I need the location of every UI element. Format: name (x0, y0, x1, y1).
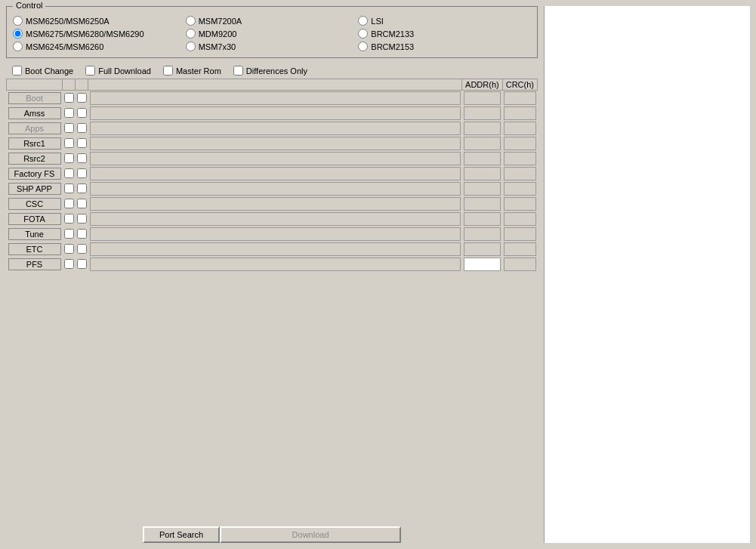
row-addr-etc[interactable] (464, 242, 501, 256)
row-cb2-pfs[interactable] (77, 259, 87, 269)
row-addr-csc[interactable] (464, 197, 501, 211)
col-cb2-header (76, 79, 88, 91)
radio-msm6275[interactable]: MSM6275/MSM6280/MSM6290 (13, 29, 186, 39)
row-addr-rsrc1[interactable] (464, 137, 501, 150)
row-label-rsrc1: Rsrc1 (8, 137, 61, 150)
row-addr-shp_app[interactable] (464, 182, 501, 196)
row-file-shp_app[interactable] (90, 182, 461, 196)
row-cb1-factory_fs[interactable] (64, 168, 74, 178)
row-crc-amss[interactable] (504, 106, 535, 120)
row-label-pfs: PFS (8, 258, 61, 270)
row-file-etc[interactable] (90, 242, 461, 256)
row-addr-tune[interactable] (464, 227, 501, 241)
row-file-rsrc1[interactable] (90, 137, 461, 150)
table-row: Tune (7, 227, 538, 242)
radio-msm6245[interactable]: MSM6245/MSM6260 (13, 42, 186, 51)
row-cb2-csc[interactable] (77, 199, 87, 208)
col-label-header (7, 79, 63, 91)
row-file-boot[interactable] (90, 91, 461, 105)
row-cb1-rsrc2[interactable] (64, 153, 74, 163)
row-file-apps[interactable] (90, 122, 461, 135)
row-label-csc: CSC (8, 198, 61, 210)
row-label-amss: Amss (8, 107, 61, 119)
row-cb1-boot[interactable] (64, 93, 74, 103)
table-row: Rsrc1 (7, 136, 538, 151)
row-cb2-factory_fs[interactable] (77, 168, 87, 178)
row-cb1-tune[interactable] (64, 229, 74, 239)
row-file-fota[interactable] (90, 212, 461, 226)
row-file-factory_fs[interactable] (90, 167, 461, 180)
row-addr-apps[interactable] (464, 122, 501, 135)
row-crc-etc[interactable] (504, 242, 535, 256)
row-file-pfs[interactable] (90, 258, 461, 271)
row-cb1-rsrc1[interactable] (64, 138, 74, 148)
row-addr-fota[interactable] (464, 212, 501, 226)
row-cb2-shp_app[interactable] (77, 184, 87, 193)
radio-mdm9200[interactable]: MDM9200 (186, 29, 359, 39)
radio-msm6250[interactable]: MSM6250/MSM6250A (13, 16, 186, 26)
row-file-tune[interactable] (90, 227, 461, 241)
row-addr-pfs[interactable] (464, 258, 501, 271)
row-cb1-apps[interactable] (64, 123, 74, 133)
boot-change-option[interactable]: Boot Change (12, 66, 73, 76)
port-search-button[interactable]: Port Search (143, 526, 220, 543)
table-row: ETC (7, 242, 538, 257)
row-crc-tune[interactable] (504, 227, 535, 241)
row-addr-boot[interactable] (464, 91, 501, 105)
table-row: Rsrc2 (7, 151, 538, 166)
row-label-rsrc2: Rsrc2 (8, 153, 61, 165)
control-group-legend: Control (13, 1, 45, 10)
bottom-buttons: Port Search Download (6, 526, 538, 543)
radio-brcm2153[interactable]: BRCM2153 (358, 42, 531, 51)
row-file-csc[interactable] (90, 197, 461, 211)
control-group: Control MSM6250/MSM6250A MSM7200A LSI MS… (6, 6, 538, 58)
table-row: Boot (7, 91, 538, 106)
row-crc-boot[interactable] (504, 91, 535, 105)
row-crc-factory_fs[interactable] (504, 167, 535, 180)
table-row: SHP APP (7, 181, 538, 196)
radio-brcm2133[interactable]: BRCM2133 (358, 29, 531, 39)
row-crc-fota[interactable] (504, 212, 535, 226)
row-addr-rsrc2[interactable] (464, 152, 501, 165)
master-rom-option[interactable]: Master Rom (163, 66, 221, 76)
row-crc-pfs[interactable] (504, 258, 535, 271)
row-cb2-rsrc2[interactable] (77, 153, 87, 163)
row-cb2-boot[interactable] (77, 93, 87, 103)
row-cb2-amss[interactable] (77, 108, 87, 118)
row-file-rsrc2[interactable] (90, 152, 461, 165)
row-addr-amss[interactable] (464, 106, 501, 120)
row-cb2-etc[interactable] (77, 244, 87, 254)
row-cb1-csc[interactable] (64, 199, 74, 208)
table-row: FOTA (7, 211, 538, 227)
row-cb1-etc[interactable] (64, 244, 74, 254)
row-crc-rsrc2[interactable] (504, 152, 535, 165)
radio-grid: MSM6250/MSM6250A MSM7200A LSI MSM6275/MS… (7, 7, 537, 57)
row-cb1-amss[interactable] (64, 108, 74, 118)
row-crc-csc[interactable] (504, 197, 535, 211)
table-row: PFS (7, 257, 538, 272)
row-cb1-fota[interactable] (64, 214, 74, 224)
radio-lsi[interactable]: LSI (358, 16, 531, 26)
row-label-factory_fs: Factory FS (8, 168, 61, 180)
row-cb1-shp_app[interactable] (64, 184, 74, 193)
row-label-fota: FOTA (8, 213, 61, 225)
row-crc-apps[interactable] (504, 122, 535, 135)
row-addr-factory_fs[interactable] (464, 167, 501, 180)
row-file-amss[interactable] (90, 106, 461, 120)
table-row: Apps (7, 121, 538, 136)
row-cb2-fota[interactable] (77, 214, 87, 224)
row-cb2-rsrc1[interactable] (77, 138, 87, 148)
right-panel (544, 6, 750, 543)
file-table: ADDR(h) CRC(h) BootAmssAppsRsrc1Rsrc2Fac… (6, 79, 538, 272)
radio-msm7x30[interactable]: MSM7x30 (186, 42, 359, 51)
row-label-boot: Boot (8, 92, 61, 104)
row-crc-shp_app[interactable] (504, 182, 535, 196)
full-download-option[interactable]: Full Download (85, 66, 151, 76)
row-cb2-tune[interactable] (77, 229, 87, 239)
differences-only-option[interactable]: Differences Only (233, 66, 307, 76)
row-crc-rsrc1[interactable] (504, 137, 535, 150)
row-cb1-pfs[interactable] (64, 259, 74, 269)
radio-msm7200a[interactable]: MSM7200A (186, 16, 359, 26)
download-button[interactable]: Download (220, 526, 401, 543)
row-cb2-apps[interactable] (77, 123, 87, 133)
